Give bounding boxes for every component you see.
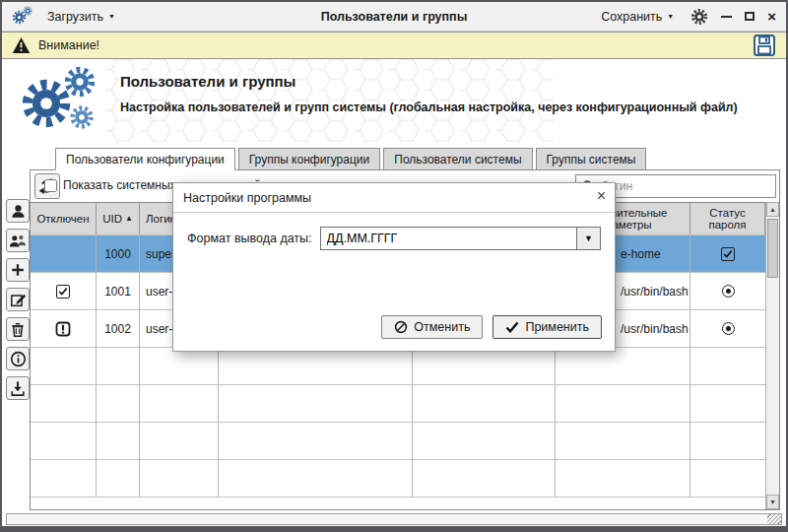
tab-bar: Пользователи конфигурации Группы конфигу…: [55, 148, 780, 170]
date-format-label: Формат вывода даты:: [187, 232, 312, 245]
app-logo-icon: [12, 6, 33, 28]
save-file-icon[interactable]: [753, 33, 776, 57]
users-group-icon: [9, 233, 27, 249]
chevron-down-icon: ▼: [108, 13, 115, 20]
col-header-disabled[interactable]: Отключен: [31, 203, 97, 234]
dialog-close-icon[interactable]: ×: [597, 188, 606, 204]
sort-asc-icon: ▲: [125, 213, 133, 225]
left-tool-strip: [6, 199, 30, 400]
import-button[interactable]: [6, 376, 30, 400]
settings-gear-icon[interactable]: [690, 8, 708, 26]
load-menu-label: Загрузить: [47, 10, 103, 24]
user-card-button[interactable]: [6, 199, 30, 223]
app-logo-large-icon: [20, 65, 110, 136]
cell-password-status: [690, 273, 765, 309]
show-system-users-checkbox[interactable]: [44, 179, 57, 192]
tab-groups-system[interactable]: Группы системы: [536, 148, 647, 170]
page-subtitle: Настройка пользователей и групп системы …: [120, 100, 776, 114]
resize-grip[interactable]: [767, 514, 781, 524]
password-set-icon: [722, 322, 735, 335]
cell-disabled: [31, 235, 97, 272]
app-window: Загрузить ▼ Пользователи и группы Сохран…: [0, 0, 788, 532]
maximize-button[interactable]: [745, 12, 755, 21]
cell-uid: 1001: [97, 273, 140, 309]
load-menu-button[interactable]: Загрузить ▼: [43, 8, 119, 26]
cancel-icon: [394, 320, 408, 334]
save-menu-label: Сохранить: [601, 10, 662, 24]
apply-check-icon: [505, 321, 519, 333]
apply-button[interactable]: Применить: [492, 315, 602, 339]
close-button[interactable]: ×: [767, 9, 776, 24]
col-header-password-status[interactable]: Статус пароля: [690, 203, 765, 234]
exclamation-box-icon: [55, 321, 71, 337]
date-format-value[interactable]: [321, 228, 576, 249]
scroll-down-button[interactable]: ▼: [766, 495, 779, 509]
checkbox-checked-icon: [721, 247, 735, 261]
info-icon: [10, 351, 27, 367]
edit-user-button[interactable]: [6, 288, 30, 311]
status-bar: [6, 513, 782, 525]
tab-users-config[interactable]: Пользователи конфигурации: [55, 148, 235, 170]
table-empty-row: [31, 385, 765, 423]
search-input[interactable]: [601, 179, 770, 193]
cell-disabled: [31, 310, 97, 347]
info-button[interactable]: [6, 347, 30, 370]
cell-password-status: [690, 310, 765, 347]
cell-uid: 1002: [97, 310, 140, 347]
cell-password-status: [690, 235, 765, 272]
titlebar: Загрузить ▼ Пользователи и группы Сохран…: [2, 2, 786, 32]
edit-icon: [10, 292, 27, 308]
password-set-icon: [722, 285, 735, 298]
apply-button-label: Применить: [525, 320, 589, 334]
group-button[interactable]: [6, 229, 30, 252]
tab-users-system[interactable]: Пользователи системы: [383, 148, 532, 170]
vertical-scrollbar[interactable]: ▲ ▼: [765, 202, 779, 509]
minimize-button[interactable]: [721, 16, 732, 18]
save-menu-button[interactable]: Сохранить ▼: [597, 8, 678, 26]
warning-text: Внимание!: [38, 38, 99, 52]
trash-icon: [10, 321, 26, 338]
delete-user-button[interactable]: [6, 317, 30, 341]
chevron-down-icon: ▼: [667, 13, 674, 20]
user-icon: [10, 203, 27, 220]
settings-dialog: Настройки программы × Формат вывода даты…: [172, 182, 616, 352]
cell-disabled: [31, 273, 97, 309]
table-empty-row: [31, 460, 765, 498]
col-header-uid[interactable]: UID ▲: [97, 203, 140, 234]
warning-triangle-icon: [12, 36, 31, 54]
cancel-button-label: Отменить: [414, 320, 470, 334]
add-user-button[interactable]: [6, 258, 30, 282]
col-header-uid-label: UID: [102, 213, 122, 225]
page-title: Пользователи и группы: [120, 73, 776, 90]
download-icon: [10, 380, 26, 397]
table-empty-row: [31, 423, 765, 460]
cell-uid: 1000: [97, 235, 140, 272]
app-header: Пользователи и группы Настройка пользова…: [2, 59, 786, 142]
checkbox-checked-icon: [56, 285, 70, 299]
scroll-up-button[interactable]: ▲: [766, 202, 779, 217]
warning-bar: Внимание!: [2, 32, 786, 59]
table-empty-row: [31, 348, 765, 385]
dialog-title: Настройки программы: [173, 183, 615, 213]
cancel-button[interactable]: Отменить: [381, 315, 483, 339]
date-format-combobox[interactable]: ▼: [320, 227, 601, 250]
plus-icon: [10, 262, 26, 278]
combobox-dropdown-icon[interactable]: ▼: [576, 228, 600, 249]
tab-groups-config[interactable]: Группы конфигурации: [238, 148, 380, 170]
scrollbar-thumb[interactable]: [767, 219, 778, 278]
